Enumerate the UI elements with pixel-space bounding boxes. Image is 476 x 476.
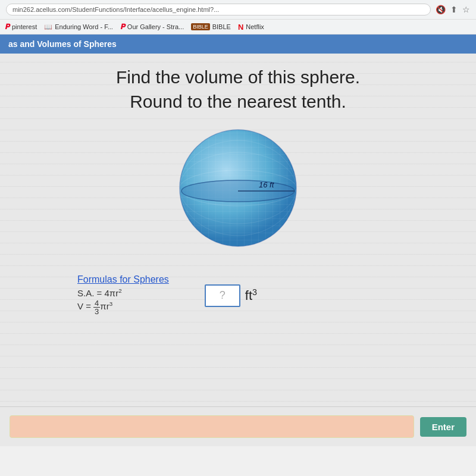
bookmark-enduring-word-label: Enduring Word - F... [55,23,113,30]
bookmark-our-gallery[interactable]: 𝙋 Our Gallery - Stra... [120,22,184,32]
answer-section: ? ft3 [205,284,257,307]
question-line1: Find the volume of this sphere. [116,65,360,90]
address-bar[interactable]: min262.acellus.com/StudentFunctions/Inte… [6,4,431,15]
question-line2: Round to the nearest tenth. [116,90,360,114]
mute-icon[interactable]: 🔇 [436,5,446,14]
formulas-link[interactable]: Formulas for Spheres [77,274,169,285]
sa-formula: S.A. = 4πr2 [77,287,169,298]
bookmark-bible-label: BIBLE [212,23,231,30]
answer-box: ? [205,284,240,307]
page-title: as and Volumes of Spheres [8,39,117,49]
bottom-area: Formulas for Spheres S.A. = 4πr2 V = 43π… [60,274,416,317]
bible-icon: BIBLE [191,23,210,30]
bookmark-netflix-label: Netflix [246,23,264,30]
bookmark-star-icon[interactable]: ☆ [462,5,470,14]
bookmark-pinterest-label: pinterest [12,23,37,30]
bookmark-netflix[interactable]: N Netflix [238,23,264,32]
answer-input[interactable] [10,415,414,438]
question-text: Find the volume of this sphere. Round to… [116,65,360,114]
formulas-section: Formulas for Spheres S.A. = 4πr2 V = 43π… [77,274,169,317]
our-gallery-icon: 𝙋 [120,22,125,32]
main-content: Find the volume of this sphere. Round to… [0,54,476,446]
bookmark-enduring-word[interactable]: 📖 Enduring Word - F... [44,23,113,31]
page-header: as and Volumes of Spheres [0,35,476,54]
browser-bar: min262.acellus.com/StudentFunctions/Inte… [0,0,476,20]
answer-placeholder: ? [220,289,226,302]
bookmark-pinterest[interactable]: 𝙋 pinterest [5,22,37,32]
enter-button[interactable]: Enter [420,417,466,437]
browser-icons: 🔇 ⬆ ☆ [436,5,470,14]
radius-label: 16 ft [259,180,275,189]
bookmark-bible[interactable]: BIBLE BIBLE [191,23,231,30]
v-formula: V = 43πr3 [77,299,169,315]
share-icon[interactable]: ⬆ [450,5,458,14]
pinterest-icon: 𝙋 [5,22,10,32]
input-area: Enter [0,406,476,446]
units-text: ft3 [245,287,257,303]
bookmark-our-gallery-label: Our Gallery - Stra... [127,23,184,30]
sphere-svg: 16 ft [173,126,303,256]
netflix-icon: N [238,23,243,32]
sphere-container: 16 ft [173,126,303,256]
bookmarks-bar: 𝙋 pinterest 📖 Enduring Word - F... 𝙋 Our… [0,20,476,35]
enduring-word-icon: 📖 [44,23,52,31]
